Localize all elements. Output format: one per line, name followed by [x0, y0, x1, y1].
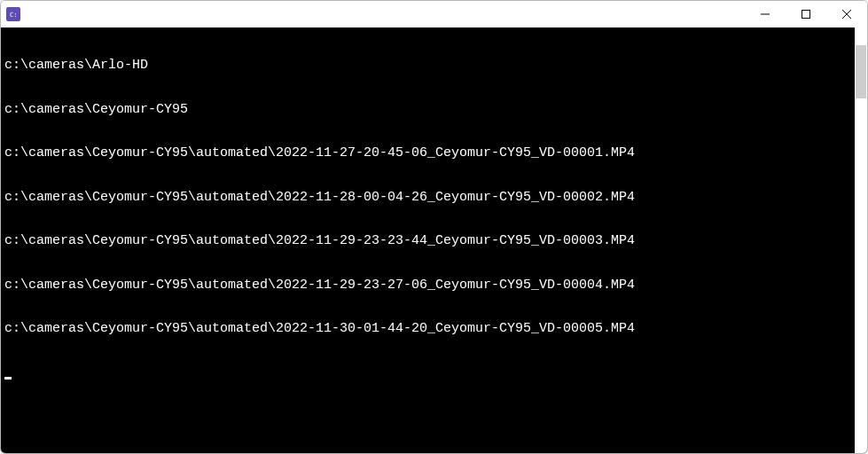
terminal-line: c:\cameras\Ceyomur-CY95\automated\2022-1…	[4, 278, 851, 294]
terminal-line: c:\cameras\Ceyomur-CY95	[4, 103, 851, 118]
terminal-line: c:\cameras\Ceyomur-CY95\automated\2022-1…	[4, 146, 851, 161]
close-button[interactable]	[826, 1, 867, 27]
cmd-icon: C:\	[6, 7, 20, 21]
command-prompt-window: C:\ c	[0, 0, 868, 454]
close-icon	[842, 10, 851, 19]
titlebar[interactable]: C:\	[1, 1, 867, 27]
terminal-line: c:\cameras\Arlo-HD	[4, 59, 851, 74]
titlebar-left: C:\	[6, 7, 26, 21]
scrollbar-thumb[interactable]	[856, 45, 866, 98]
terminal-line: c:\cameras\Ceyomur-CY95\automated\2022-1…	[4, 234, 851, 249]
svg-text:C:\: C:\	[10, 12, 18, 19]
minimize-icon	[761, 10, 770, 19]
terminal-area[interactable]: c:\cameras\Arlo-HD c:\cameras\Ceyomur-CY…	[1, 27, 867, 453]
scrollbar[interactable]	[855, 27, 867, 453]
terminal-prompt-line	[4, 366, 851, 381]
minimize-button[interactable]	[745, 1, 786, 27]
terminal-content[interactable]: c:\cameras\Arlo-HD c:\cameras\Ceyomur-CY…	[1, 27, 855, 453]
maximize-button[interactable]	[786, 1, 826, 27]
cursor	[4, 377, 12, 380]
terminal-line: c:\cameras\Ceyomur-CY95\automated\2022-1…	[4, 322, 851, 337]
terminal-line: c:\cameras\Ceyomur-CY95\automated\2022-1…	[4, 191, 851, 206]
window-controls	[745, 1, 867, 27]
svg-rect-2	[802, 11, 810, 19]
maximize-icon	[802, 10, 810, 19]
